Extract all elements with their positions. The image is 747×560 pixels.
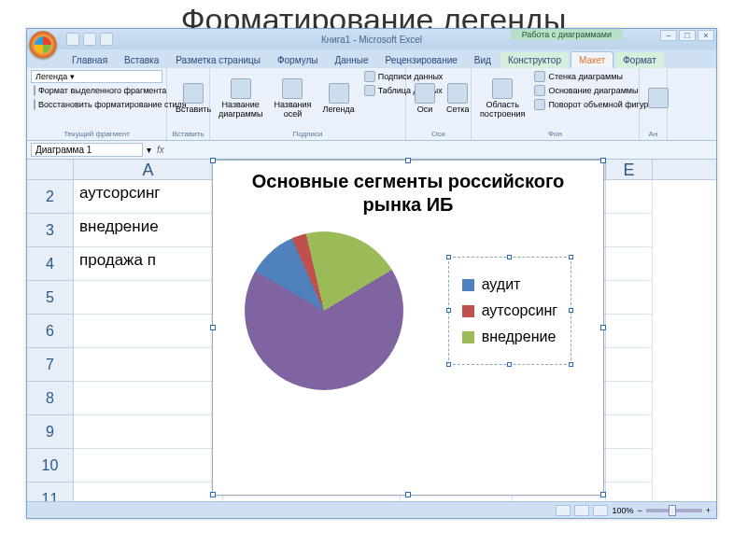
embedded-chart[interactable]: Основные сегменты российского рынка ИБ а… — [212, 160, 604, 496]
cell[interactable] — [606, 247, 653, 281]
cell[interactable] — [74, 449, 223, 483]
chart-handle[interactable] — [210, 492, 216, 497]
close-button[interactable]: × — [698, 30, 714, 41]
format-icon — [34, 85, 35, 96]
cell[interactable] — [74, 415, 223, 449]
row-header[interactable]: 9 — [27, 415, 73, 449]
legend-handle[interactable] — [446, 362, 451, 367]
cell[interactable] — [606, 180, 653, 214]
column-header[interactable]: E — [606, 160, 653, 179]
cell[interactable] — [606, 449, 653, 483]
chart-element-selector[interactable]: Легенда ▾ — [31, 70, 162, 83]
axes-icon — [415, 83, 435, 104]
axes-button[interactable]: Оси — [410, 70, 440, 128]
gridlines-button[interactable]: Сетка — [442, 70, 473, 128]
zoom-level[interactable]: 100% — [612, 506, 633, 515]
legend-handle[interactable] — [569, 308, 573, 313]
row-header[interactable] — [27, 160, 73, 180]
cell[interactable] — [606, 348, 653, 382]
cell[interactable]: внедрение — [74, 214, 223, 247]
row-header[interactable]: 7 — [27, 348, 73, 382]
legend-icon — [329, 83, 349, 104]
legend-handle[interactable] — [507, 362, 512, 367]
maximize-button[interactable]: □ — [679, 30, 696, 41]
column-header[interactable]: A — [74, 160, 223, 179]
tab-page-layout[interactable]: Разметка страницы — [168, 52, 268, 68]
tab-data[interactable]: Данные — [327, 52, 375, 68]
cell[interactable] — [606, 382, 653, 415]
chart-handle[interactable] — [405, 492, 411, 497]
pie-chart[interactable] — [245, 231, 403, 390]
legend-handle[interactable] — [569, 362, 573, 367]
cell[interactable] — [606, 214, 653, 247]
chart-handle[interactable] — [210, 158, 216, 163]
zoom-slider[interactable] — [646, 509, 702, 512]
chart-title[interactable]: Основные сегменты российского рынка ИБ — [213, 161, 603, 222]
chart-handle[interactable] — [210, 325, 216, 330]
chart-wall-button[interactable]: Стенка диаграммы — [531, 70, 656, 83]
row-header[interactable]: 5 — [27, 281, 73, 315]
tab-review[interactable]: Рецензирование — [378, 52, 465, 68]
zoom-out-button[interactable]: − — [637, 506, 641, 515]
chart-floor-button[interactable]: Основание диаграммы — [531, 84, 656, 97]
legend-handle[interactable] — [569, 255, 573, 259]
qat-save-icon[interactable] — [66, 33, 79, 46]
tab-layout[interactable]: Макет — [571, 51, 613, 68]
cell[interactable]: аутсорсинг — [74, 180, 223, 214]
view-page-layout-button[interactable] — [574, 505, 589, 516]
tab-insert[interactable]: Вставка — [117, 52, 166, 68]
cell[interactable] — [74, 382, 223, 415]
cell[interactable] — [606, 415, 653, 449]
legend-handle[interactable] — [446, 308, 451, 313]
tab-format[interactable]: Формат — [615, 52, 664, 68]
analysis-button[interactable] — [643, 70, 673, 128]
chart-legend[interactable]: аудитаутсорсингвнедрение — [448, 257, 571, 365]
cell[interactable] — [606, 281, 653, 315]
name-box[interactable]: Диаграмма 1 — [31, 143, 143, 157]
chart-handle[interactable] — [600, 492, 606, 497]
group-label-background: Фон — [475, 128, 635, 138]
chart-handle[interactable] — [405, 158, 411, 163]
rotation-button[interactable]: Поворот объемной фигуры — [531, 98, 656, 111]
cell[interactable] — [74, 348, 223, 382]
row-header[interactable]: 8 — [27, 382, 73, 415]
tab-formulas[interactable]: Формулы — [270, 52, 326, 68]
legend-handle[interactable] — [507, 255, 512, 259]
row-header[interactable]: 10 — [27, 449, 73, 483]
row-header[interactable]: 3 — [27, 214, 73, 247]
cell[interactable]: продажа п — [74, 247, 223, 281]
minimize-button[interactable]: – — [660, 30, 677, 41]
office-button[interactable] — [29, 31, 57, 59]
tab-home[interactable]: Главная — [64, 52, 115, 68]
cell[interactable] — [606, 315, 653, 348]
legend-item[interactable]: внедрение — [462, 329, 557, 345]
plot-area-button[interactable]: Область построения — [475, 70, 529, 128]
cell[interactable] — [74, 315, 223, 348]
legend-handle[interactable] — [446, 255, 451, 259]
insert-button[interactable]: Вставить — [171, 70, 216, 128]
format-selection-button[interactable]: Формат выделенного фрагмента — [31, 84, 162, 97]
qat-redo-icon[interactable] — [100, 33, 113, 46]
chart-handle[interactable] — [600, 158, 606, 163]
legend-button[interactable]: Легенда — [318, 70, 359, 128]
tab-design[interactable]: Конструктор — [500, 52, 569, 68]
chart-handle[interactable] — [600, 325, 606, 330]
view-page-break-button[interactable] — [593, 505, 608, 516]
row-header[interactable]: 2 — [27, 180, 73, 214]
tab-view[interactable]: Вид — [467, 52, 499, 68]
fx-icon[interactable]: fx — [151, 145, 170, 155]
reset-style-button[interactable]: Восстановить форматирование стиля — [31, 98, 162, 111]
group-label-current: Текущий фрагмент — [31, 128, 162, 138]
legend-label: аудит — [482, 276, 521, 293]
view-normal-button[interactable] — [556, 505, 571, 516]
zoom-in-button[interactable]: + — [706, 506, 711, 515]
group-label-analysis: Ан — [643, 128, 663, 138]
row-header[interactable]: 4 — [27, 247, 73, 281]
legend-item[interactable]: аудит — [462, 276, 557, 293]
row-header[interactable]: 6 — [27, 315, 73, 348]
cell[interactable] — [74, 281, 223, 315]
axis-titles-button[interactable]: Названия осей — [269, 70, 316, 128]
qat-undo-icon[interactable] — [83, 33, 96, 46]
legend-item[interactable]: аутсорсинг — [462, 302, 557, 319]
chart-title-button[interactable]: Название диаграммы — [214, 70, 267, 128]
